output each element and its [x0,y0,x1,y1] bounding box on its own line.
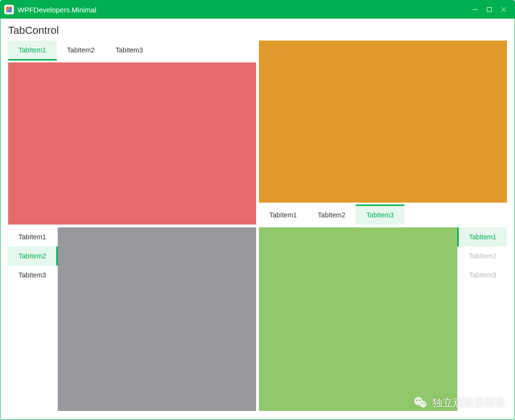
tab-tabitem1[interactable]: TabItem1 [259,205,308,225]
tab-tabitem3[interactable]: TabItem3 [105,41,154,60]
tab-content [58,227,256,411]
watermark: 独立观察员博客 [413,395,505,410]
tab-tabitem3[interactable]: TabItem3 [8,266,57,285]
grid-layout: TabItem1 TabItem2 TabItem3 TabItem1 TabI… [8,41,507,411]
content-area: TabControl TabItem1 TabItem2 TabItem3 Ta… [0,19,515,420]
tabstrip: TabItem1 TabItem2 TabItem3 [458,227,507,411]
tab-tabitem2[interactable]: TabItem2 [57,41,105,60]
page-title: TabControl [8,24,507,37]
svg-point-9 [424,403,425,404]
titlebar: WPFDevelopers.Minimal [0,0,515,19]
wechat-icon [413,395,428,410]
tabcontrol-bottom: TabItem1 TabItem2 TabItem3 [259,41,507,225]
tab-tabitem2[interactable]: TabItem2 [308,205,356,225]
tab-tabitem3[interactable]: TabItem3 [356,205,404,225]
svg-point-5 [420,401,426,408]
window-controls [468,2,511,17]
close-button[interactable] [496,2,511,17]
tab-tabitem2[interactable]: TabItem2 [8,246,57,266]
tabstrip: TabItem1 TabItem2 TabItem3 [8,41,256,60]
watermark-text: 独立观察员博客 [432,396,505,410]
tab-content [8,62,256,225]
tabcontrol-top: TabItem1 TabItem2 TabItem3 [8,41,256,225]
tab-tabitem1[interactable]: TabItem1 [8,41,57,60]
tab-tabitem1[interactable]: TabItem1 [8,227,57,246]
maximize-button[interactable] [482,2,496,17]
tab-content [259,227,457,411]
tab-tabitem3[interactable]: TabItem3 [458,266,507,285]
tabstrip: TabItem1 TabItem2 TabItem3 [8,227,57,411]
svg-point-7 [419,400,421,401]
svg-point-8 [422,403,422,404]
tabcontrol-left: TabItem1 TabItem2 TabItem3 [8,227,256,411]
tab-tabitem2[interactable]: TabItem2 [458,246,507,266]
tabcontrol-right: TabItem1 TabItem2 TabItem3 [259,227,507,411]
app-icon [4,5,14,14]
tab-tabitem1[interactable]: TabItem1 [458,227,507,246]
tabstrip: TabItem1 TabItem2 TabItem3 [259,205,507,225]
minimize-button[interactable] [468,2,482,17]
svg-rect-1 [487,8,492,12]
svg-point-6 [416,400,418,401]
app-title: WPFDevelopers.Minimal [18,6,468,14]
tab-content [259,41,507,203]
